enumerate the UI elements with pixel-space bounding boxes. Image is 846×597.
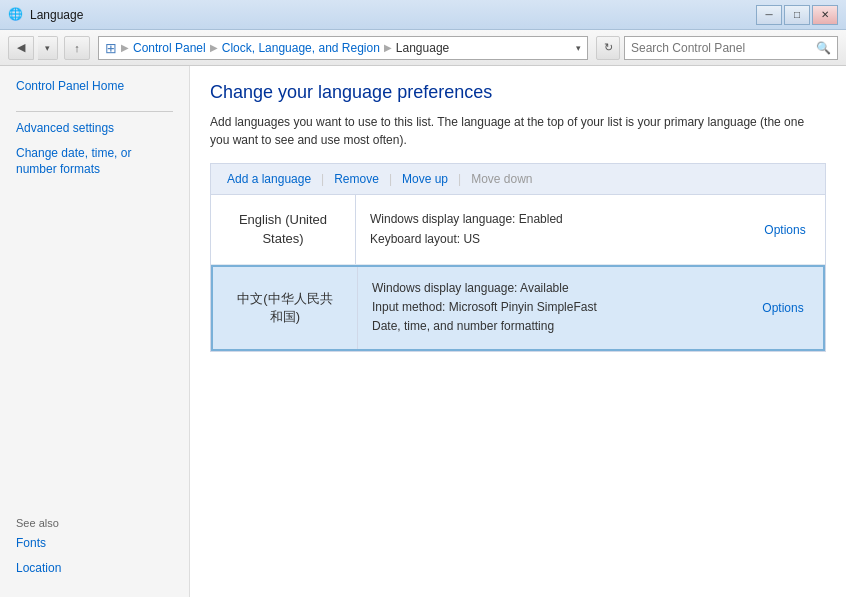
- main-area: Control Panel Home Advanced settings Cha…: [0, 66, 846, 597]
- english-options-link[interactable]: Options: [764, 223, 805, 237]
- sidebar-item-control-panel-home[interactable]: Control Panel Home: [16, 78, 173, 95]
- chinese-options-link[interactable]: Options: [762, 301, 803, 315]
- add-language-button[interactable]: Add a language: [219, 169, 319, 189]
- move-down-button[interactable]: Move down: [463, 169, 540, 189]
- search-box[interactable]: 🔍: [624, 36, 838, 60]
- search-icon[interactable]: 🔍: [816, 41, 831, 55]
- chinese-detail-1: Windows display language: Available: [372, 279, 729, 298]
- back-button[interactable]: ◀: [8, 36, 34, 60]
- breadcrumb-clock-lang[interactable]: Clock, Language, and Region: [222, 41, 380, 55]
- move-up-button[interactable]: Move up: [394, 169, 456, 189]
- breadcrumb-dropdown[interactable]: ▾: [576, 43, 581, 53]
- language-details-chinese: Windows display language: Available Inpu…: [358, 267, 743, 349]
- forward-button[interactable]: ▾: [38, 36, 58, 60]
- sidebar-item-date-time[interactable]: Change date, time, or number formats: [16, 145, 173, 179]
- english-detail-1: Windows display language: Enabled: [370, 210, 731, 229]
- sidebar-item-fonts[interactable]: Fonts: [16, 535, 173, 552]
- language-item-chinese[interactable]: 中文(中华人民共 和国) Windows display language: A…: [211, 265, 825, 351]
- toolbar-sep-1: |: [319, 172, 326, 186]
- language-toolbar: Add a language | Remove | Move up | Move…: [210, 163, 826, 195]
- toolbar-sep-2: |: [387, 172, 394, 186]
- page-title: Change your language preferences: [210, 82, 826, 103]
- toolbar-sep-3: |: [456, 172, 463, 186]
- page-description: Add languages you want to use to this li…: [210, 113, 826, 149]
- breadcrumb: ⊞ ▶ Control Panel ▶ Clock, Language, and…: [98, 36, 588, 60]
- breadcrumb-language: Language: [396, 41, 449, 55]
- search-input[interactable]: [631, 41, 816, 55]
- chinese-detail-3: Date, time, and number formatting: [372, 317, 729, 336]
- refresh-button[interactable]: ↻: [596, 36, 620, 60]
- navbar: ◀ ▾ ↑ ⊞ ▶ Control Panel ▶ Clock, Languag…: [0, 30, 846, 66]
- language-name-chinese: 中文(中华人民共 和国): [213, 267, 358, 349]
- english-options-cell: Options: [745, 195, 825, 264]
- content-area: Change your language preferences Add lan…: [190, 66, 846, 597]
- sep-1: ▶: [121, 42, 129, 53]
- window-title: Language: [30, 8, 83, 22]
- titlebar-controls: ─ □ ✕: [756, 5, 838, 25]
- sidebar-divider-1: [16, 111, 173, 112]
- language-item-english[interactable]: English (United States) Windows display …: [211, 195, 825, 265]
- titlebar: 🌐 Language ─ □ ✕: [0, 0, 846, 30]
- minimize-button[interactable]: ─: [756, 5, 782, 25]
- up-button[interactable]: ↑: [64, 36, 90, 60]
- language-name-english: English (United States): [211, 195, 356, 264]
- breadcrumb-control-panel[interactable]: Control Panel: [133, 41, 206, 55]
- app-icon: 🌐: [8, 7, 24, 23]
- breadcrumb-icon: ⊞: [105, 40, 117, 56]
- chinese-options-cell: Options: [743, 267, 823, 349]
- language-list: English (United States) Windows display …: [210, 195, 826, 352]
- close-button[interactable]: ✕: [812, 5, 838, 25]
- sidebar: Control Panel Home Advanced settings Cha…: [0, 66, 190, 597]
- sep-3: ▶: [384, 42, 392, 53]
- chinese-detail-2: Input method: Microsoft Pinyin SimpleFas…: [372, 298, 729, 317]
- see-also-label: See also: [16, 517, 173, 529]
- sep-2: ▶: [210, 42, 218, 53]
- sidebar-item-location[interactable]: Location: [16, 560, 173, 577]
- sidebar-item-advanced-settings[interactable]: Advanced settings: [16, 120, 173, 137]
- language-details-english: Windows display language: Enabled Keyboa…: [356, 195, 745, 264]
- remove-button[interactable]: Remove: [326, 169, 387, 189]
- titlebar-left: 🌐 Language: [8, 7, 83, 23]
- english-detail-2: Keyboard layout: US: [370, 230, 731, 249]
- maximize-button[interactable]: □: [784, 5, 810, 25]
